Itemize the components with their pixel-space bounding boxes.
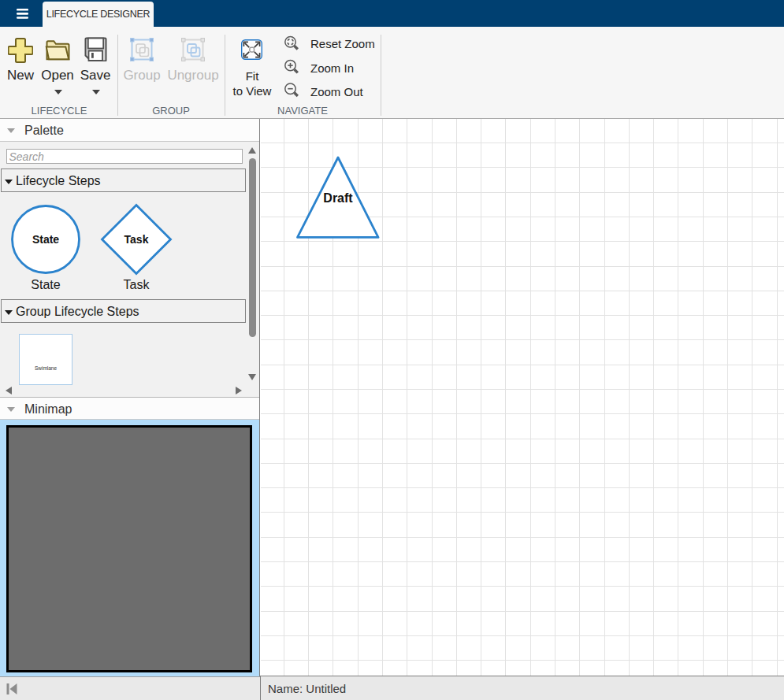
svg-text:State: State <box>32 233 59 246</box>
svg-text:Draft: Draft <box>323 191 353 205</box>
svg-text:Task: Task <box>124 233 149 246</box>
